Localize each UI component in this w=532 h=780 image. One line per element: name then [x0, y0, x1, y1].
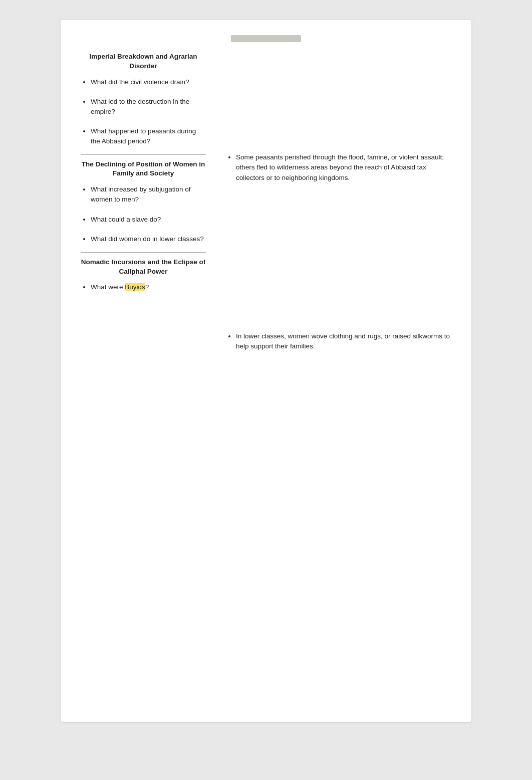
answer-list-women: In lower classes, women wove clothing an…: [226, 331, 451, 352]
top-bar: [61, 35, 471, 42]
section-nomadic: Nomadic Incursions and the Eclipse of Ca…: [81, 258, 206, 292]
section-declining-position: The Declining of Position of Women in Fa…: [81, 160, 206, 244]
bullet-list-imperial: What did the civil violence drain? What …: [81, 77, 206, 146]
content-area: Imperial Breakdown and Agrarian Disorder…: [61, 52, 471, 359]
answer-list-peasants: Some peasants perished through the flood…: [226, 152, 451, 183]
right-column: Some peasants perished through the flood…: [216, 52, 466, 359]
bullet-text: What could a slave do?: [91, 216, 161, 223]
answer-item-peasants: Some peasants perished through the flood…: [236, 152, 451, 183]
answer-item-women: In lower classes, women wove clothing an…: [236, 331, 451, 352]
answer-text-peasants: Some peasants perished through the flood…: [236, 153, 444, 181]
divider-2: [81, 252, 206, 253]
bullet-text: What did women do in lower classes?: [91, 235, 204, 243]
section-title-imperial: Imperial Breakdown and Agrarian Disorder: [81, 52, 206, 71]
bullet-text: What led to the destruction in the empir…: [91, 98, 189, 115]
spacer-1: [226, 52, 451, 152]
list-item: What were Buyids?: [91, 282, 206, 292]
section-title-declining: The Declining of Position of Women in Fa…: [81, 160, 206, 179]
section-title-nomadic: Nomadic Incursions and the Eclipse of Ca…: [81, 258, 206, 277]
bullet-text: What did the civil violence drain?: [91, 78, 189, 86]
top-bar-decoration: [231, 35, 301, 42]
bullet-list-nomadic: What were Buyids?: [81, 282, 206, 292]
list-item: What increased by subjugation of women t…: [91, 184, 206, 204]
spacer-2: [226, 191, 451, 331]
page-container: Imperial Breakdown and Agrarian Disorder…: [61, 20, 471, 722]
list-item: What happened to peasants during the Abb…: [91, 126, 206, 146]
section-imperial-breakdown: Imperial Breakdown and Agrarian Disorder…: [81, 52, 206, 146]
highlight-buyids: Buyids: [125, 283, 145, 291]
list-item: What could a slave do?: [91, 215, 206, 225]
left-column: Imperial Breakdown and Agrarian Disorder…: [66, 52, 216, 296]
list-item: What did women do in lower classes?: [91, 234, 206, 244]
bullet-text: What increased by subjugation of women t…: [91, 185, 191, 203]
divider-1: [81, 154, 206, 155]
bullet-list-declining: What increased by subjugation of women t…: [81, 184, 206, 244]
list-item: What led to the destruction in the empir…: [91, 97, 206, 116]
list-item: What did the civil violence drain?: [91, 77, 206, 87]
bullet-text: What happened to peasants during the Abb…: [91, 127, 196, 145]
answer-text-women: In lower classes, women wove clothing an…: [236, 332, 450, 350]
bullet-text: What were Buyids?: [91, 283, 149, 291]
